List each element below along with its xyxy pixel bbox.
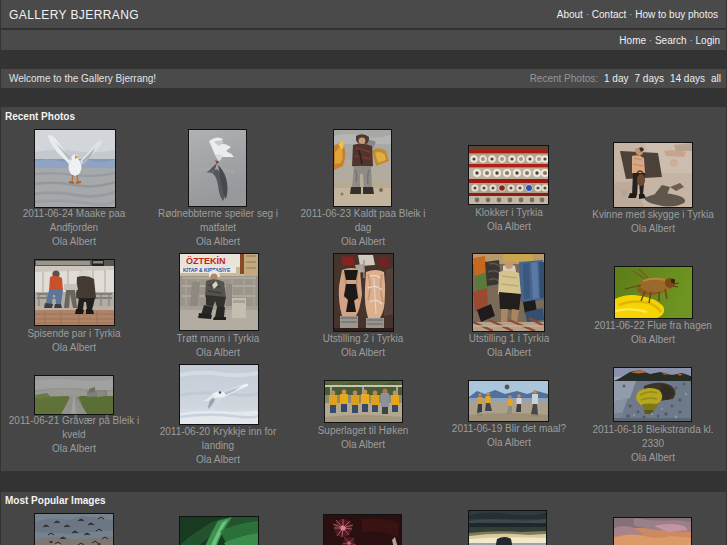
svg-text:ÖZTEKİN: ÖZTEKİN (186, 256, 226, 266)
svg-text:KİTAP & KIRTASİYE: KİTAP & KIRTASİYE (183, 267, 231, 273)
